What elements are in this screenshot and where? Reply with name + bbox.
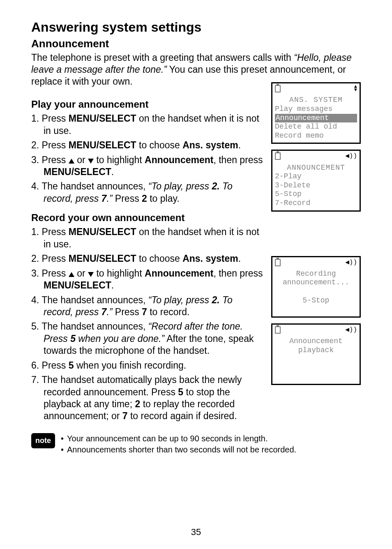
text: Ans. system [182,253,238,264]
text: to choose [136,140,183,150]
text: to choose [136,253,183,264]
lcd1-title: ANS. SYSTEM [275,96,357,105]
text: Announcement [145,155,213,165]
bullet-icon: • [61,444,64,455]
record-heading: Record your own announcement [31,212,264,224]
play-step-4: 4. The handset announces, “To play, pres… [31,180,264,205]
text: 2 [142,193,147,204]
battery-icon [275,152,281,162]
text: /SELECT [71,280,111,291]
lcd2-row2: 3-Delete [275,181,357,190]
section-heading: Announcement [31,37,361,50]
note-text: Your announcement can be up to 90 second… [67,433,268,444]
text: to play. [147,193,180,204]
text: 4. The handset announces, [31,181,148,191]
lcd-recording: ◀)) Recording announcement... 5-Stop [271,256,361,318]
lcd-playback: ◀)) Announcement playback [271,323,361,385]
text: 6. Press [31,360,69,371]
text: 2. [212,181,219,191]
text: Press [112,307,142,317]
text: 3. Press [31,268,69,279]
text: .” [106,193,112,204]
record-step-3: 3. Press or to highlight Announcement, t… [31,268,264,292]
text: to highlight [94,155,145,165]
text [275,364,357,373]
play-step-1: 1. Press MENU/SELECT on the handset when… [31,113,264,137]
note-text: Announcements shorter than two seconds w… [67,444,296,455]
text: SELECT [99,113,136,124]
battery-icon [275,85,281,95]
lcd-announcement-menu: ◀)) ANNOUNCEMENT 2-Play 3-Delete 5-Stop … [271,150,361,211]
page-title: Answering system settings [31,20,361,35]
record-step-5: 5. The handset announces, “Record after … [31,321,264,357]
text: Announcement [145,268,213,279]
intro-pre: The telephone is preset with a greeting … [31,52,294,63]
record-steps: 1. Press MENU/SELECT on the handset when… [31,226,264,422]
text: 7 [142,307,147,317]
text: . [238,140,241,150]
text: /SELECT [97,253,136,264]
text: 2. Press [31,253,69,264]
record-step-4: 4. The handset announces, “To play, pres… [31,294,264,318]
note-bullet-1: •Your announcement can be up to 90 secon… [61,433,296,444]
text: to record again if desired. [128,411,237,421]
lcd2-row1: 2-Play [275,172,357,181]
record-step-1: 1. Press MENU/SELECT on the handset when… [31,226,264,250]
lcd3-row2: announcement... [275,278,357,287]
text: /SELECT [71,166,111,177]
text: or [74,155,88,165]
lcd3-row1: Recording [275,270,357,279]
up-arrow-icon [69,272,74,277]
page-number: 35 [0,527,392,537]
lcd1-row2: Announcement [275,114,357,123]
bullet-icon: • [61,433,64,444]
text: , then press [213,155,263,165]
record-step-6: 6. Press 5 when you finish recording. [31,360,264,371]
lcd2-title: ANNOUNCEMENT [275,164,357,173]
text: 7 [122,411,128,421]
lcd4-row2: playback [275,346,357,355]
down-arrow-icon [88,272,94,277]
text: to record. [147,307,190,317]
text: 4. The handset announces, [31,295,148,305]
play-step-3: 3. Press or to highlight Announcement, t… [31,154,264,178]
scroll-icon: ▲▼ [354,85,357,95]
speaker-icon: ◀)) [345,152,357,162]
speaker-icon: ◀)) [345,326,357,336]
text: . [111,166,114,177]
text [275,305,357,314]
lcd2-row3: 5-Stop [275,190,357,199]
text: 3. Press [31,155,69,165]
text [275,372,357,381]
text: 7 [101,307,107,317]
text: Press [112,193,142,204]
down-arrow-icon [88,159,94,164]
lcd1-row1: Play messages [275,105,357,114]
note-block: note •Your announcement can be up to 90 … [31,433,361,455]
text: MENU [44,280,71,291]
text: MENU/ [69,113,99,124]
lcd2-row4: 7-Record [275,199,357,208]
text: Ans. system [182,140,238,150]
record-step-7: 7. The handset automatically plays back … [31,374,264,422]
battery-icon [275,259,281,269]
text: 5 [178,387,183,397]
text: MENU/ [69,226,99,237]
text: when you finish recording. [74,360,187,371]
text: 1. Press [31,113,69,124]
play-heading: Play your announcement [31,99,264,110]
text: 2 [135,399,140,409]
lcd1-row4: Record memo [275,131,357,141]
text: 7 [101,193,107,204]
lcd1-row3: Delete all old [275,122,357,131]
note-bullet-2: •Announcements shorter than two seconds … [61,444,296,455]
lcd-ans-system: ▲▼ ANS. SYSTEM Play messages Announcemen… [271,82,361,144]
text: 5 [70,333,76,344]
play-steps: 1. Press MENU/SELECT on the handset when… [31,113,264,205]
text: /SELECT [97,140,136,150]
record-step-2: 2. Press MENU/SELECT to choose Ans. syst… [31,253,264,265]
text: . [238,253,241,264]
text: 2. Press [31,140,69,150]
text: MENU [69,140,97,150]
up-arrow-icon [69,159,74,164]
